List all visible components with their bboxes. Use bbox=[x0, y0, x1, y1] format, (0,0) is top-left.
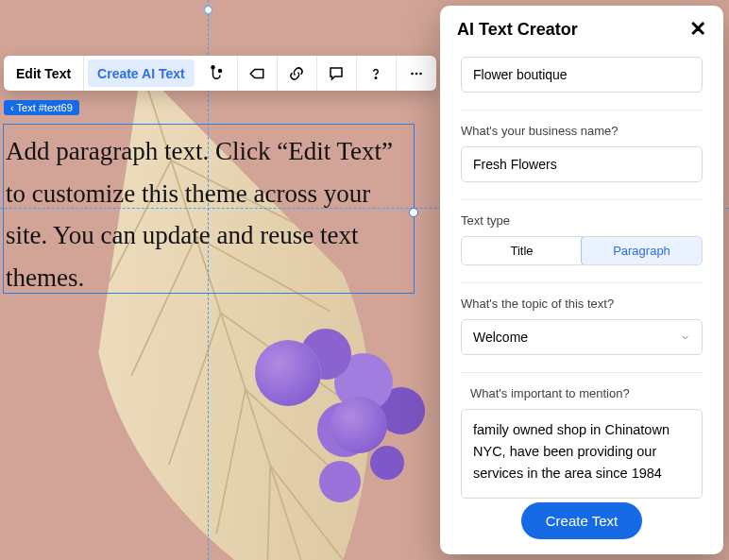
important-textarea[interactable] bbox=[461, 409, 703, 499]
panel-title: AI Text Creator bbox=[457, 20, 578, 40]
svg-point-14 bbox=[411, 72, 414, 75]
decorative-flowers bbox=[236, 302, 453, 548]
create-ai-text-button[interactable]: Create AI Text bbox=[88, 59, 195, 87]
topic-label: What's the topic of this text? bbox=[461, 297, 703, 311]
panel-scroll-body[interactable]: What's your business name? Text type Tit… bbox=[440, 57, 723, 499]
seo-tag-icon[interactable] bbox=[238, 56, 278, 91]
help-icon[interactable] bbox=[357, 56, 397, 91]
floating-toolbar: Edit Text Create AI Text bbox=[4, 56, 436, 91]
text-type-label: Text type bbox=[461, 213, 703, 228]
guide-dot-top bbox=[204, 6, 212, 14]
paragraph-text-element[interactable]: Add paragraph text. Click “Edit Text” to… bbox=[3, 124, 415, 294]
topic-select[interactable]: Welcome bbox=[461, 319, 703, 355]
ai-text-creator-panel: AI Text Creator ✕ What's your business n… bbox=[440, 6, 723, 554]
element-tag-label[interactable]: ‹ Text #text69 bbox=[4, 100, 79, 115]
topic-selected-value: Welcome bbox=[473, 330, 528, 345]
business-name-label: What's your business name? bbox=[461, 124, 703, 138]
svg-point-15 bbox=[415, 72, 417, 75]
chevron-down-icon bbox=[680, 332, 690, 343]
svg-point-12 bbox=[219, 69, 222, 72]
text-type-segmented: Title Paragraph bbox=[461, 236, 703, 265]
more-icon[interactable] bbox=[397, 56, 436, 91]
paragraph-text-content: Add paragraph text. Click “Edit Text” to… bbox=[6, 137, 393, 292]
comment-icon[interactable] bbox=[317, 56, 357, 91]
important-label: What's important to mention? bbox=[470, 386, 703, 400]
close-icon[interactable]: ✕ bbox=[689, 19, 706, 40]
text-type-title[interactable]: Title bbox=[462, 237, 582, 264]
create-text-button[interactable]: Create Text bbox=[521, 502, 642, 539]
resize-handle-right[interactable] bbox=[409, 208, 418, 217]
svg-point-11 bbox=[212, 65, 214, 68]
business-type-input[interactable] bbox=[461, 57, 703, 93]
business-name-input[interactable] bbox=[461, 146, 703, 182]
edit-text-button[interactable]: Edit Text bbox=[4, 56, 84, 91]
editor-canvas: Edit Text Create AI Text ‹ Text #text69 … bbox=[0, 0, 729, 560]
svg-point-16 bbox=[419, 72, 422, 75]
text-type-paragraph[interactable]: Paragraph bbox=[581, 236, 703, 265]
svg-point-13 bbox=[375, 76, 377, 78]
link-icon[interactable] bbox=[278, 56, 317, 91]
animation-icon[interactable] bbox=[198, 56, 238, 91]
